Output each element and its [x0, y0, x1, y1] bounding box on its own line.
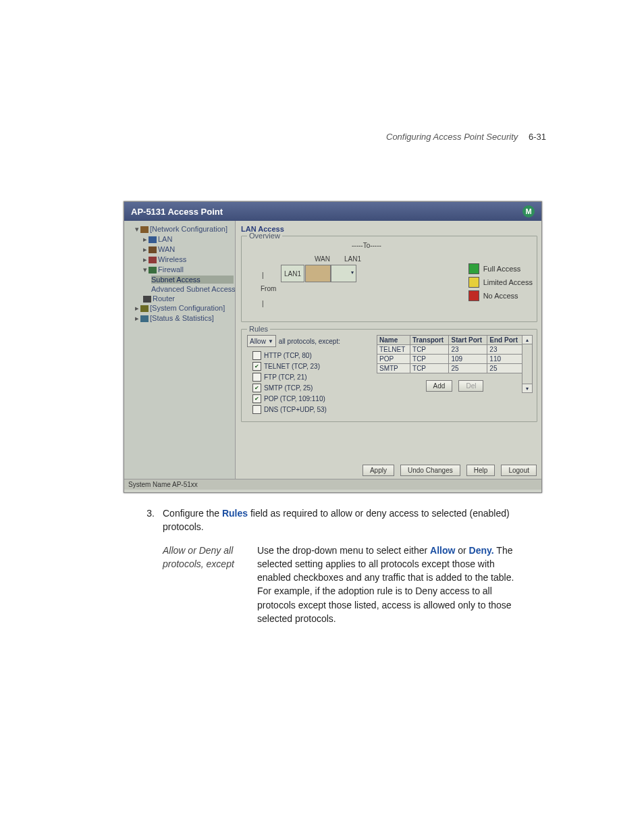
proto-smtp[interactable]: SMTP (TCP, 25): [252, 384, 369, 392]
swatch-none-icon: [468, 290, 479, 301]
app-titlebar: AP-5131 Access Point M: [124, 202, 541, 221]
table-row[interactable]: POPTCP109110: [377, 355, 523, 364]
app-window: AP-5131 Access Point M ▾[Network Configu…: [124, 201, 542, 493]
th-name: Name: [377, 336, 410, 345]
rules-table[interactable]: Name Transport Start Port End Port TELNE…: [377, 335, 523, 373]
th-start: Start Port: [449, 336, 487, 345]
overview-cell-lan1-lan1[interactable]: ▾: [331, 265, 356, 282]
del-button[interactable]: Del: [458, 380, 483, 392]
tree-subnet-access[interactable]: Subnet Access: [151, 276, 234, 284]
nav-tree[interactable]: ▾[Network Configuration] ▸LAN ▸WAN ▸Wire…: [124, 221, 236, 479]
overview-legend-key: Full Access Limited Access No Access: [468, 261, 533, 304]
checkbox-icon[interactable]: [252, 351, 261, 360]
scroll-down-icon[interactable]: ▾: [522, 384, 532, 392]
overview-to-label: -----To-----: [352, 242, 381, 249]
allow-keyword: Allow: [430, 545, 455, 556]
app-title-text: AP-5131 Access Point: [131, 207, 223, 217]
wireless-icon: [149, 257, 157, 263]
overview-from-label: From: [261, 285, 276, 292]
overview-col-lan1: LAN1: [344, 255, 361, 263]
swatch-limited-icon: [468, 277, 479, 288]
checkbox-icon[interactable]: [252, 394, 261, 403]
checkbox-icon[interactable]: [252, 384, 261, 392]
overview-bar-bottom: |: [262, 300, 264, 307]
tree-firewall[interactable]: ▾Firewall Subnet Access Advanced Subnet …: [143, 265, 234, 293]
apply-button[interactable]: Apply: [363, 465, 394, 476]
overview-row-lan1[interactable]: LAN1: [281, 265, 304, 282]
main-panel: LAN Access Overview -----To----- WAN LAN…: [236, 221, 541, 479]
chevron-down-icon: ▼: [268, 338, 273, 344]
undo-button[interactable]: Undo Changes: [400, 465, 460, 476]
checkbox-icon[interactable]: [252, 362, 261, 371]
wan-icon: [149, 246, 157, 253]
brand-logo-icon: M: [522, 205, 535, 217]
rules-keyword: Rules: [222, 508, 248, 519]
proto-pop[interactable]: POP (TCP, 109:110): [252, 394, 369, 403]
header-page-num: 6-31: [529, 132, 546, 142]
proto-ftp[interactable]: FTP (TCP, 21): [252, 373, 369, 382]
panel-title: LAN Access: [241, 225, 537, 233]
tree-wireless[interactable]: ▸Wireless: [143, 255, 234, 264]
proto-dns[interactable]: DNS (TCP+UDP, 53): [252, 405, 369, 414]
swatch-full-icon: [468, 263, 479, 274]
legend-none: No Access: [483, 292, 518, 300]
header-title: Configuring Access Point Security: [386, 132, 518, 142]
table-scrollbar[interactable]: ▴ ▾: [522, 335, 533, 393]
doc-body: 3. Configure the Rules field as required…: [125, 506, 530, 625]
table-row[interactable]: SMTPTCP2525: [377, 364, 523, 373]
tree-system-configuration[interactable]: ▸[System Configuration]: [135, 304, 234, 313]
definition-desc: Use the drop-down menu to select either …: [257, 544, 530, 626]
step-number: 3.: [125, 506, 163, 534]
legend-limited: Limited Access: [483, 278, 533, 286]
rules-legend: Rules: [247, 325, 270, 333]
th-transport: Transport: [410, 336, 449, 345]
status-bar: System Name AP-51xx: [124, 479, 541, 490]
panel-action-buttons: Apply Undo Changes Help Logout: [360, 465, 539, 476]
th-end: End Port: [487, 336, 523, 345]
lan-icon: [149, 236, 157, 243]
allow-deny-select[interactable]: Allow▼: [247, 335, 276, 347]
proto-telnet[interactable]: TELNET (TCP, 23): [252, 362, 369, 371]
overview-legend: Overview: [247, 232, 282, 240]
table-row[interactable]: TELNETTCP2323: [377, 345, 523, 355]
table-header-row: Name Transport Start Port End Port: [377, 336, 523, 345]
legend-full: Full Access: [483, 265, 521, 273]
overview-fieldset: Overview -----To----- WAN LAN1 LAN1 ▾ | …: [241, 236, 537, 322]
tree-router[interactable]: Router: [143, 294, 234, 303]
stats-icon: [140, 315, 149, 322]
definition-term: Allow or Deny all protocols, except: [163, 544, 257, 626]
tree-lan[interactable]: ▸LAN: [143, 235, 234, 244]
step-body: Configure the Rules field as required to…: [163, 506, 530, 534]
firewall-icon: [149, 267, 157, 273]
help-button[interactable]: Help: [466, 465, 495, 476]
deny-keyword: Deny.: [469, 545, 494, 556]
tree-advanced-subnet-access[interactable]: Advanced Subnet Access: [151, 285, 234, 293]
proto-http[interactable]: HTTP (TCP, 80): [252, 351, 369, 360]
system-icon: [140, 305, 149, 312]
tree-wan[interactable]: ▸WAN: [143, 245, 234, 254]
logout-button[interactable]: Logout: [501, 465, 537, 476]
add-button[interactable]: Add: [426, 380, 453, 392]
checkbox-icon[interactable]: [252, 373, 261, 382]
rules-fieldset: Rules Allow▼ all protocols, except: HTTP…: [241, 329, 537, 422]
router-icon: [143, 296, 151, 303]
overview-cell-lan1-wan[interactable]: [305, 265, 331, 282]
tree-network-configuration[interactable]: ▾[Network Configuration] ▸LAN ▸WAN ▸Wire…: [135, 225, 234, 303]
tree-status-statistics[interactable]: ▸[Status & Statistics]: [135, 314, 234, 323]
checkbox-icon[interactable]: [252, 405, 261, 414]
network-icon: [140, 226, 149, 233]
page-running-header: Configuring Access Point Security 6-31: [386, 132, 546, 142]
rules-suffix: all protocols, except:: [279, 338, 340, 345]
overview-col-wan: WAN: [315, 255, 330, 263]
overview-bar-top: |: [262, 271, 264, 279]
scroll-up-icon[interactable]: ▴: [522, 336, 532, 344]
